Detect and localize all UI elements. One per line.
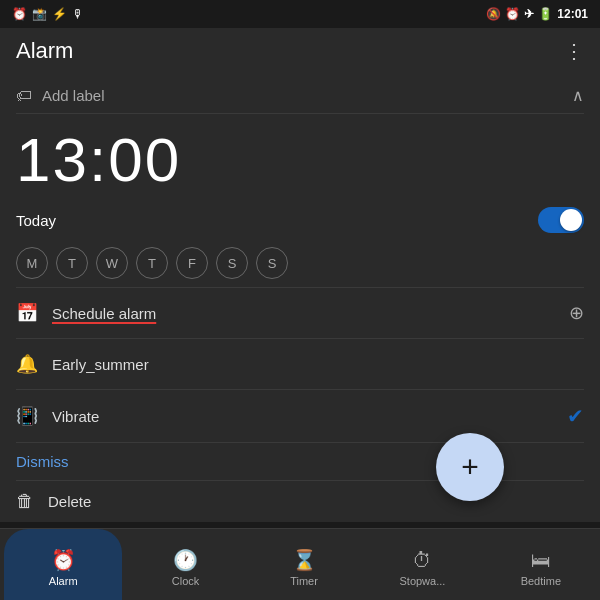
add-label-text: Add label <box>42 87 105 104</box>
nav-bedtime[interactable]: 🛏 Bedtime <box>482 529 600 600</box>
delete-label: Delete <box>48 493 91 510</box>
ringtone-row[interactable]: 🔔 Early_summer <box>16 338 584 389</box>
day-thursday[interactable]: T <box>136 247 168 279</box>
bedtime-nav-icon: 🛏 <box>531 549 551 572</box>
day-wednesday[interactable]: W <box>96 247 128 279</box>
content-area: 🏷 Add label ∧ 13:00 Today M T W T F S S … <box>0 74 600 522</box>
clock-nav-label: Clock <box>172 575 200 587</box>
status-bar: ⏰ 📸 ⚡ 🎙 🔕 ⏰ ✈ 🔋 12:01 <box>0 0 600 28</box>
stopwatch-nav-label: Stopwa... <box>399 575 445 587</box>
header: Alarm ⋮ <box>0 28 600 74</box>
schedule-alarm-left: 📅 Schedule alarm <box>16 302 156 324</box>
status-right-icons: 🔕 ⏰ ✈ 🔋 12:01 <box>486 7 588 21</box>
day-friday[interactable]: F <box>176 247 208 279</box>
dismiss-row: Dismiss + <box>16 442 584 480</box>
ringtone-label: Early_summer <box>52 356 149 373</box>
clock-nav-icon: 🕐 <box>173 548 198 572</box>
day-monday[interactable]: M <box>16 247 48 279</box>
usb-status-icon: ⚡ <box>52 7 67 21</box>
alarm-status-icon: ⏰ <box>12 7 27 21</box>
today-row: Today <box>16 201 584 239</box>
menu-button[interactable]: ⋮ <box>564 39 584 63</box>
mic-status-icon: 🎙 <box>72 7 84 21</box>
time-display[interactable]: 13:00 <box>16 114 584 201</box>
toggle-knob <box>560 209 582 231</box>
camera-status-icon: 📸 <box>32 7 47 21</box>
status-time: 12:01 <box>557 7 588 21</box>
vibrate-row[interactable]: 📳 Vibrate ✔ <box>16 389 584 442</box>
alarm-nav-icon: ⏰ <box>51 548 76 572</box>
chevron-up-icon[interactable]: ∧ <box>572 86 584 105</box>
bottom-nav: ⏰ Alarm 🕐 Clock ⌛ Timer ⏱ Stopwa... 🛏 Be… <box>0 528 600 600</box>
day-sunday[interactable]: S <box>256 247 288 279</box>
clock-status-icon: ⏰ <box>505 7 520 21</box>
battery-icon: 🔋 <box>538 7 553 21</box>
nav-alarm[interactable]: ⏰ Alarm <box>4 529 122 600</box>
vibrate-label: Vibrate <box>52 408 99 425</box>
stopwatch-nav-icon: ⏱ <box>412 549 432 572</box>
schedule-alarm-row[interactable]: 📅 Schedule alarm ⊕ <box>16 287 584 338</box>
dismiss-button[interactable]: Dismiss <box>16 453 69 470</box>
fab-button[interactable]: + <box>436 433 504 501</box>
trash-icon: 🗑 <box>16 491 34 512</box>
status-left-icons: ⏰ 📸 ⚡ 🎙 <box>12 7 84 21</box>
label-icon: 🏷 <box>16 87 32 105</box>
schedule-alarm-label: Schedule alarm <box>52 305 156 322</box>
bedtime-nav-label: Bedtime <box>521 575 561 587</box>
day-tuesday[interactable]: T <box>56 247 88 279</box>
fab-icon: + <box>461 450 479 484</box>
ringtone-left: 🔔 Early_summer <box>16 353 149 375</box>
timer-nav-icon: ⌛ <box>292 548 317 572</box>
vibrate-icon: 📳 <box>16 405 38 427</box>
today-toggle[interactable] <box>538 207 584 233</box>
delete-row[interactable]: 🗑 Delete <box>16 480 584 522</box>
calendar-icon: 📅 <box>16 302 38 324</box>
nav-stopwatch[interactable]: ⏱ Stopwa... <box>363 529 481 600</box>
timer-nav-label: Timer <box>290 575 318 587</box>
page-title: Alarm <box>16 38 73 64</box>
days-row: M T W T F S S <box>16 239 584 287</box>
today-label: Today <box>16 212 56 229</box>
day-saturday[interactable]: S <box>216 247 248 279</box>
vibrate-left: 📳 Vibrate <box>16 405 99 427</box>
add-schedule-button[interactable]: ⊕ <box>569 302 584 324</box>
add-label-left: 🏷 Add label <box>16 87 105 105</box>
bell-icon: 🔔 <box>16 353 38 375</box>
mute-icon: 🔕 <box>486 7 501 21</box>
airplane-icon: ✈ <box>524 7 534 21</box>
vibrate-checkmark: ✔ <box>567 404 584 428</box>
add-label-row[interactable]: 🏷 Add label ∧ <box>16 74 584 114</box>
alarm-nav-label: Alarm <box>49 575 78 587</box>
nav-clock[interactable]: 🕐 Clock <box>126 529 244 600</box>
nav-timer[interactable]: ⌛ Timer <box>245 529 363 600</box>
